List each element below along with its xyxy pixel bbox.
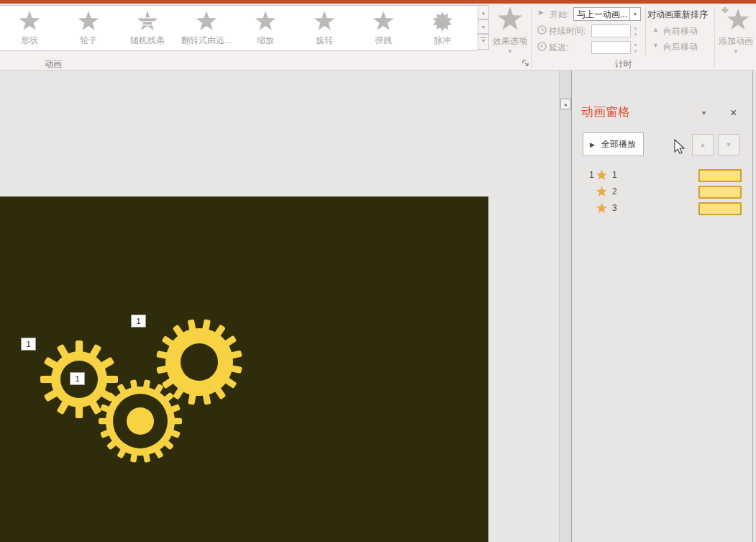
- slide-vertical-scrollbar[interactable]: [559, 71, 571, 542]
- animation-item-label: 2: [612, 186, 617, 197]
- add-animation-button[interactable]: 添加动画 ▾: [716, 6, 755, 55]
- duration-input[interactable]: [591, 24, 631, 37]
- start-combo[interactable]: 与上一动画...: [573, 7, 630, 21]
- gallery-scroll-down-button[interactable]: ▾: [478, 19, 489, 34]
- gallery-item-fly-in-far-animation[interactable]: 翻转式由远...: [177, 6, 236, 50]
- gears-graphic[interactable]: [0, 197, 488, 542]
- animation-sequence-number: 1: [589, 170, 594, 180]
- delay-input[interactable]: [591, 41, 631, 54]
- pane-move-down-button[interactable]: ▼: [718, 134, 739, 155]
- animation-pane-title: 动画窗格: [581, 104, 630, 120]
- entrance-star-icon: [596, 186, 608, 198]
- gallery-item-bounce-animation[interactable]: 弹跳: [354, 6, 413, 50]
- random-bars-animation-icon: [135, 10, 160, 33]
- animation-number-tag[interactable]: 1: [131, 315, 146, 328]
- animation-list-item[interactable]: 2: [572, 184, 752, 200]
- gallery-item-random-bars-animation[interactable]: 随机线条: [118, 6, 177, 50]
- animation-list-item[interactable]: 11: [572, 167, 752, 184]
- shape-animation-icon: [17, 10, 42, 33]
- gallery-scrollbar: ▴ ▾ ▾: [478, 5, 490, 50]
- animation-dialog-launcher-icon[interactable]: [522, 60, 529, 67]
- animation-list-item[interactable]: 3: [572, 200, 752, 217]
- bounce-animation-icon: [371, 10, 396, 33]
- effect-options-button[interactable]: 效果选项 ▾: [491, 6, 529, 55]
- gallery-item-label: 旋转: [316, 35, 333, 47]
- mouse-cursor: [674, 139, 686, 155]
- animation-item-label: 1: [612, 170, 617, 180]
- play-all-label: 全部播放: [601, 138, 636, 150]
- slide-canvas[interactable]: 111: [0, 197, 488, 542]
- gallery-item-label: 弹跳: [375, 35, 392, 47]
- pulse-animation-icon: [430, 10, 455, 33]
- gallery-item-shape-animation[interactable]: 形状: [0, 6, 59, 50]
- gallery-more-button[interactable]: ▾: [478, 34, 489, 50]
- duration-spin-down-icon[interactable]: ▾: [631, 31, 640, 37]
- gallery-item-spin-animation[interactable]: 旋转: [295, 6, 354, 50]
- gallery-scroll-up-button[interactable]: ▴: [478, 5, 489, 19]
- duration-spin-up-icon[interactable]: ▴: [631, 24, 640, 31]
- pane-menu-caret-icon[interactable]: ▾: [702, 109, 706, 117]
- gallery-item-label: 翻转式由远...: [181, 35, 232, 47]
- pane-move-up-button[interactable]: ▲: [692, 134, 714, 155]
- start-combo-dropdown-button[interactable]: ▾: [630, 7, 641, 21]
- animation-pane: 动画窗格 ▾ × ▶ 全部播放 ▲ ▼ 1123: [572, 71, 752, 542]
- move-earlier-button[interactable]: 向前移动: [663, 25, 698, 37]
- effect-options-caret-icon: ▾: [509, 48, 512, 55]
- effect-options-star-icon: [496, 6, 524, 35]
- add-animation-star-icon: [721, 6, 750, 35]
- group-separator: [714, 6, 715, 68]
- group-separator: [531, 6, 532, 68]
- start-play-icon: ▶: [539, 9, 544, 16]
- animation-group-label: 动画: [45, 58, 62, 71]
- gallery-item-pulse-animation[interactable]: 脉冲: [413, 6, 472, 50]
- wheel-animation-icon: [76, 10, 101, 33]
- duration-label: 持续时间:: [549, 25, 586, 37]
- gallery-item-label: 脉冲: [434, 35, 451, 47]
- timing-inner-separator: [645, 8, 646, 55]
- gallery-item-label: 缩放: [257, 35, 274, 47]
- delay-spin-up-icon[interactable]: ▴: [631, 41, 640, 48]
- gallery-item-label: 随机线条: [130, 35, 165, 47]
- gallery-item-label: 轮子: [80, 35, 97, 47]
- entrance-star-icon: [596, 169, 608, 181]
- pane-right-border: [752, 71, 753, 542]
- animation-number-tag[interactable]: 1: [70, 372, 85, 385]
- animation-styles-gallery: 形状轮子随机线条翻转式由远...缩放旋转弹跳脉冲: [0, 5, 478, 51]
- gallery-item-zoom-animation[interactable]: 缩放: [236, 6, 295, 50]
- gallery-item-label: 形状: [21, 35, 38, 47]
- gallery-item-wheel-animation[interactable]: 轮子: [59, 6, 118, 50]
- animation-number-tag[interactable]: 1: [21, 338, 36, 351]
- animation-timeline-bar[interactable]: [698, 169, 742, 182]
- move-later-button[interactable]: 向后移动: [663, 41, 698, 53]
- animation-item-label: 3: [612, 203, 617, 213]
- move-later-icon: ▼: [652, 42, 659, 49]
- pane-close-icon[interactable]: ×: [730, 108, 737, 118]
- ribbon-animations-tab-area: 形状轮子随机线条翻转式由远...缩放旋转弹跳脉冲 ▴ ▾ ▾ 效果选项 ▾ ▶ …: [0, 4, 756, 71]
- add-animation-label: 添加动画: [719, 35, 753, 48]
- effect-options-label: 效果选项: [493, 35, 527, 48]
- entrance-star-icon: [596, 202, 608, 214]
- play-all-button[interactable]: ▶ 全部播放: [583, 132, 644, 156]
- duration-clock-icon: [537, 25, 547, 35]
- delay-spin-down-icon[interactable]: ▾: [631, 48, 640, 54]
- move-earlier-icon: ▲: [652, 26, 659, 33]
- slide-scroll-up-button[interactable]: ▴: [560, 99, 571, 109]
- play-all-icon: ▶: [590, 141, 595, 148]
- duration-spinner[interactable]: ▴ ▾: [631, 24, 640, 37]
- fly-in-far-animation-icon: [194, 10, 219, 33]
- reorder-animation-title: 对动画重新排序: [647, 9, 708, 21]
- gallery-more-caret-icon: ▾: [482, 37, 485, 44]
- spin-animation-icon: [312, 10, 337, 33]
- delay-spinner[interactable]: ▴ ▾: [631, 41, 640, 54]
- zoom-animation-icon: [253, 10, 278, 33]
- timing-group-label: 计时: [532, 58, 714, 71]
- animation-timeline-bar[interactable]: [698, 186, 742, 199]
- delay-clock-icon: [537, 42, 547, 51]
- start-label: 开始:: [550, 9, 569, 21]
- animation-timeline-bar[interactable]: [698, 202, 742, 215]
- add-animation-caret-icon: ▾: [734, 48, 738, 55]
- delay-label: 延迟:: [549, 42, 568, 54]
